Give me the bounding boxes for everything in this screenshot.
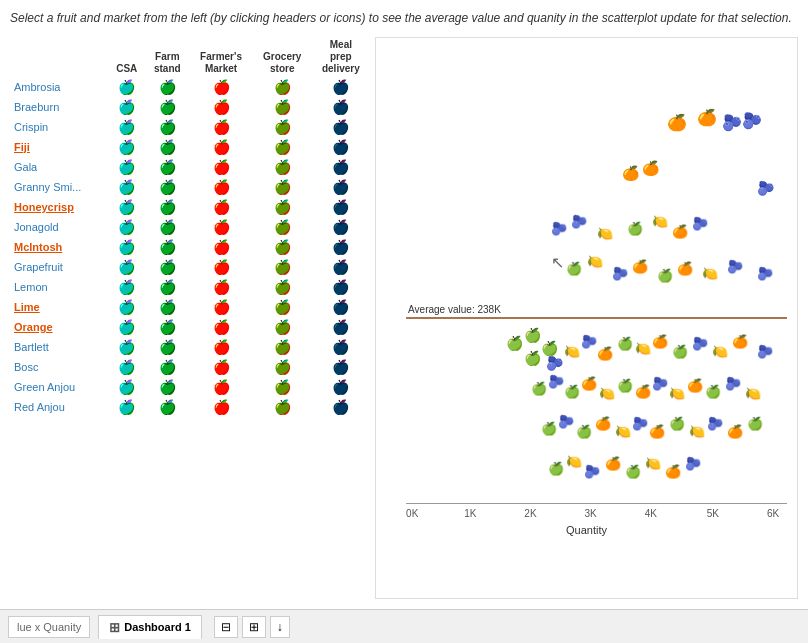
action-btn-3[interactable]: ↓ xyxy=(270,616,290,638)
fruit-icon-cell[interactable]: 🍎 xyxy=(312,357,370,377)
fruit-icon-cell[interactable]: 🍎 xyxy=(189,177,252,197)
fruit-icon-cell[interactable]: 🍎 xyxy=(253,397,312,417)
fruit-name-cell[interactable]: Lemon xyxy=(10,277,108,297)
table-row[interactable]: McIntosh🍎🍎🍎🍎🍎 xyxy=(10,237,370,257)
fruit-icon-cell[interactable]: 🍎 xyxy=(253,177,312,197)
fruit-icon-cell[interactable]: 🍎 xyxy=(145,317,189,337)
fruit-icon-cell[interactable]: 🍎 xyxy=(189,117,252,137)
table-row[interactable]: Jonagold🍎🍎🍎🍎🍎 xyxy=(10,217,370,237)
fruit-icon-cell[interactable]: 🍎 xyxy=(189,277,252,297)
fruit-icon-cell[interactable]: 🍎 xyxy=(312,237,370,257)
col-header-mealprep[interactable]: Mealprepdelivery xyxy=(312,37,370,77)
fruit-icon-cell[interactable]: 🍎 xyxy=(312,117,370,137)
fruit-icon-cell[interactable]: 🍎 xyxy=(145,237,189,257)
fruit-icon-cell[interactable]: 🍎 xyxy=(253,297,312,317)
fruit-icon-cell[interactable]: 🍎 xyxy=(108,357,145,377)
fruit-name-cell[interactable]: Jonagold xyxy=(10,217,108,237)
fruit-name-cell[interactable]: Orange xyxy=(10,317,108,337)
fruit-icon-cell[interactable]: 🍎 xyxy=(145,357,189,377)
fruit-icon-cell[interactable]: 🍎 xyxy=(189,137,252,157)
fruit-icon-cell[interactable]: 🍎 xyxy=(253,157,312,177)
fruit-icon-cell[interactable]: 🍎 xyxy=(253,117,312,137)
fruit-icon-cell[interactable]: 🍎 xyxy=(189,217,252,237)
fruit-icon-cell[interactable]: 🍎 xyxy=(145,157,189,177)
fruit-name-cell[interactable]: McIntosh xyxy=(10,237,108,257)
fruit-icon-cell[interactable]: 🍎 xyxy=(145,77,189,97)
fruit-icon-cell[interactable]: 🍎 xyxy=(145,277,189,297)
fruit-icon-cell[interactable]: 🍎 xyxy=(189,97,252,117)
fruit-icon-cell[interactable]: 🍎 xyxy=(145,297,189,317)
fruit-icon-cell[interactable]: 🍎 xyxy=(189,77,252,97)
fruit-icon-cell[interactable]: 🍎 xyxy=(189,297,252,317)
fruit-icon-cell[interactable]: 🍎 xyxy=(108,257,145,277)
fruit-name-cell[interactable]: Gala xyxy=(10,157,108,177)
fruit-icon-cell[interactable]: 🍎 xyxy=(145,137,189,157)
fruit-icon-cell[interactable]: 🍎 xyxy=(189,357,252,377)
fruit-icon-cell[interactable]: 🍎 xyxy=(312,257,370,277)
table-row[interactable]: Green Anjou🍎🍎🍎🍎🍎 xyxy=(10,377,370,397)
col-header-csa[interactable]: CSA xyxy=(108,37,145,77)
fruit-icon-cell[interactable]: 🍎 xyxy=(253,97,312,117)
fruit-icon-cell[interactable]: 🍎 xyxy=(312,97,370,117)
fruit-icon-cell[interactable]: 🍎 xyxy=(253,217,312,237)
col-header-farmstand[interactable]: Farmstand xyxy=(145,37,189,77)
table-row[interactable]: Grapefruit🍎🍎🍎🍎🍎 xyxy=(10,257,370,277)
fruit-icon-cell[interactable]: 🍎 xyxy=(312,77,370,97)
fruit-name-cell[interactable]: Fiji xyxy=(10,137,108,157)
fruit-icon-cell[interactable]: 🍎 xyxy=(108,177,145,197)
col-header-grocerystore[interactable]: Grocerystore xyxy=(253,37,312,77)
fruit-icon-cell[interactable]: 🍎 xyxy=(108,117,145,137)
fruit-name-cell[interactable]: Braeburn xyxy=(10,97,108,117)
fruit-icon-cell[interactable]: 🍎 xyxy=(145,177,189,197)
fruit-icon-cell[interactable]: 🍎 xyxy=(253,237,312,257)
fruit-name-cell[interactable]: Honeycrisp xyxy=(10,197,108,217)
table-row[interactable]: Ambrosia🍎🍎🍎🍎🍎 xyxy=(10,77,370,97)
fruit-icon-cell[interactable]: 🍎 xyxy=(108,317,145,337)
fruit-icon-cell[interactable]: 🍎 xyxy=(189,197,252,217)
fruit-icon-cell[interactable]: 🍎 xyxy=(145,197,189,217)
table-row[interactable]: Braeburn🍎🍎🍎🍎🍎 xyxy=(10,97,370,117)
fruit-icon-cell[interactable]: 🍎 xyxy=(312,297,370,317)
fruit-icon-cell[interactable]: 🍎 xyxy=(145,97,189,117)
table-row[interactable]: Red Anjou🍎🍎🍎🍎🍎 xyxy=(10,397,370,417)
fruit-name-cell[interactable]: Red Anjou xyxy=(10,397,108,417)
fruit-icon-cell[interactable]: 🍎 xyxy=(145,397,189,417)
dashboard-tab[interactable]: ⊞ Dashboard 1 xyxy=(98,615,202,639)
sheet-label[interactable]: lue x Quanity xyxy=(8,616,90,638)
fruit-icon-cell[interactable]: 🍎 xyxy=(253,377,312,397)
fruit-icon-cell[interactable]: 🍎 xyxy=(108,237,145,257)
table-row[interactable]: Fiji🍎🍎🍎🍎🍎 xyxy=(10,137,370,157)
fruit-icon-cell[interactable]: 🍎 xyxy=(189,337,252,357)
fruit-icon-cell[interactable]: 🍎 xyxy=(253,257,312,277)
fruit-icon-cell[interactable]: 🍎 xyxy=(253,77,312,97)
action-btn-2[interactable]: ⊞ xyxy=(242,616,266,638)
table-row[interactable]: Granny Smi...🍎🍎🍎🍎🍎 xyxy=(10,177,370,197)
fruit-icon-cell[interactable]: 🍎 xyxy=(145,377,189,397)
table-row[interactable]: Lime🍎🍎🍎🍎🍎 xyxy=(10,297,370,317)
fruit-icon-cell[interactable]: 🍎 xyxy=(312,157,370,177)
fruit-icon-cell[interactable]: 🍎 xyxy=(189,237,252,257)
fruit-icon-cell[interactable]: 🍎 xyxy=(253,137,312,157)
fruit-icon-cell[interactable]: 🍎 xyxy=(108,137,145,157)
action-btn-1[interactable]: ⊟ xyxy=(214,616,238,638)
fruit-name-cell[interactable]: Bartlett xyxy=(10,337,108,357)
fruit-icon-cell[interactable]: 🍎 xyxy=(312,337,370,357)
table-row[interactable]: Honeycrisp🍎🍎🍎🍎🍎 xyxy=(10,197,370,217)
fruit-icon-cell[interactable]: 🍎 xyxy=(189,157,252,177)
fruit-name-cell[interactable]: Grapefruit xyxy=(10,257,108,277)
fruit-icon-cell[interactable]: 🍎 xyxy=(253,357,312,377)
fruit-icon-cell[interactable]: 🍎 xyxy=(312,137,370,157)
fruit-icon-cell[interactable]: 🍎 xyxy=(145,337,189,357)
fruit-icon-cell[interactable]: 🍎 xyxy=(108,377,145,397)
fruit-name-cell[interactable]: Bosc xyxy=(10,357,108,377)
table-row[interactable]: Orange🍎🍎🍎🍎🍎 xyxy=(10,317,370,337)
fruit-icon-cell[interactable]: 🍎 xyxy=(189,317,252,337)
fruit-name-cell[interactable]: Crispin xyxy=(10,117,108,137)
fruit-icon-cell[interactable]: 🍎 xyxy=(145,217,189,237)
fruit-icon-cell[interactable]: 🍎 xyxy=(108,157,145,177)
fruit-icon-cell[interactable]: 🍎 xyxy=(312,217,370,237)
fruit-icon-cell[interactable]: 🍎 xyxy=(312,277,370,297)
table-row[interactable]: Crispin🍎🍎🍎🍎🍎 xyxy=(10,117,370,137)
fruit-icon-cell[interactable]: 🍎 xyxy=(108,217,145,237)
fruit-icon-cell[interactable]: 🍎 xyxy=(108,97,145,117)
